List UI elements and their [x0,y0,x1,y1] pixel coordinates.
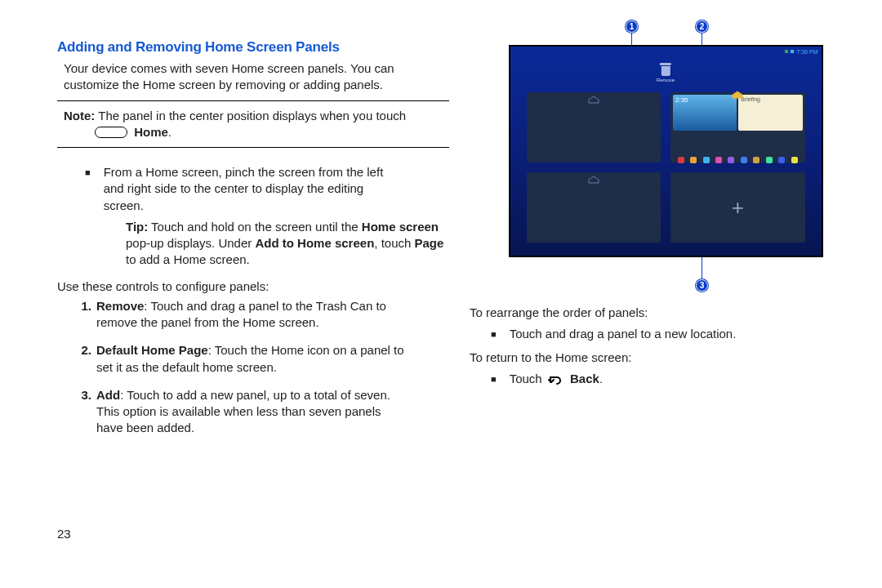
tip-paragraph: Tip: Touch and hold on the screen until … [126,219,449,269]
app-icon [715,157,722,163]
signal-icon [785,50,788,53]
panel-main: 2:35 Briefing [670,92,805,163]
intro-paragraph: Your device comes with seven Home screen… [57,60,449,94]
bullet-text: Touch and drag a panel to a new location… [510,326,737,342]
app-icon [690,157,697,163]
note-prefix: Note: [64,109,95,122]
bullet-marker-icon: ■ [491,371,497,387]
note-home-label: Home [134,125,168,139]
app-icon [753,157,760,163]
list-number: 2. [75,342,91,376]
intro-line: customize the Home screen by removing or… [64,78,383,91]
bullet-item: ■ From a Home screen, pinch the screen f… [85,164,449,214]
bullet-marker-icon: ■ [85,164,91,214]
bullet-marker-icon: ■ [491,326,497,342]
note-period: . [168,125,172,139]
page-number: 23 [57,526,71,542]
note-paragraph: Note: The panel in the center position d… [57,108,449,141]
plus-icon: + [732,197,744,218]
status-time: 7:36 PM [796,49,817,55]
use-controls-label: Use these controls to configure panels: [57,278,449,295]
callout-badge: 1 [626,20,638,33]
tip-prefix: Tip: [126,220,148,234]
callout-badge: 3 [696,279,708,292]
panel-empty [527,92,662,163]
app-dock [673,147,803,163]
briefing-widget: Briefing [738,95,802,131]
tablet-screen: 7:36 PM Remove [509,45,823,257]
app-icon [741,157,747,163]
app-icon [703,157,710,163]
bullet-text: Touch Back. [510,371,603,387]
home-outline-icon [588,176,599,184]
clock-widget: 2:35 [673,95,737,131]
app-icon [728,157,734,163]
numbered-list: 1. Remove: Touch and drag a panel to the… [57,298,449,437]
list-number: 3. [75,387,91,437]
device-illustration: 1 2 3 7:36 PM [470,45,862,257]
app-icon [791,157,798,163]
widget-time: 2:35 [675,96,688,104]
panel-empty [527,172,662,243]
bullet-text: From a Home screen, pinch the screen fro… [104,164,384,214]
remove-label: Remove [657,78,675,82]
note-text: The panel in the center position display… [95,109,406,122]
battery-icon [791,50,794,53]
remove-area: Remove [657,63,675,82]
intro-line: Your device comes with seven Home screen… [64,61,394,75]
status-bar: 7:36 PM [510,47,822,56]
bullet-item: ■ Touch and drag a panel to a new locati… [491,326,862,342]
home-button-icon [95,127,127,138]
bullet-item: ■ Touch Back. [491,371,862,387]
return-heading: To return to the Home screen: [470,350,862,366]
list-item: 3. Add: Touch to add a new panel, up to … [75,387,449,437]
list-item: 1. Remove: Touch and drag a panel to the… [75,298,449,332]
home-outline-icon [588,96,599,104]
panel-add: + [670,172,805,243]
app-icon [766,157,773,163]
home-filled-icon [732,91,743,99]
list-item: 2. Default Home Page: Touch the Home ico… [75,342,449,376]
briefing-label: Briefing [741,96,760,102]
callout-badge: 2 [696,20,708,33]
app-icon [678,157,684,163]
trash-icon [660,63,671,76]
section-title: Adding and Removing Home Screen Panels [57,39,449,56]
rearrange-heading: To rearrange the order of panels: [470,305,862,321]
app-icon [778,157,785,163]
list-number: 1. [75,298,91,332]
divider [57,147,449,148]
divider [57,100,449,101]
back-icon [548,374,564,385]
